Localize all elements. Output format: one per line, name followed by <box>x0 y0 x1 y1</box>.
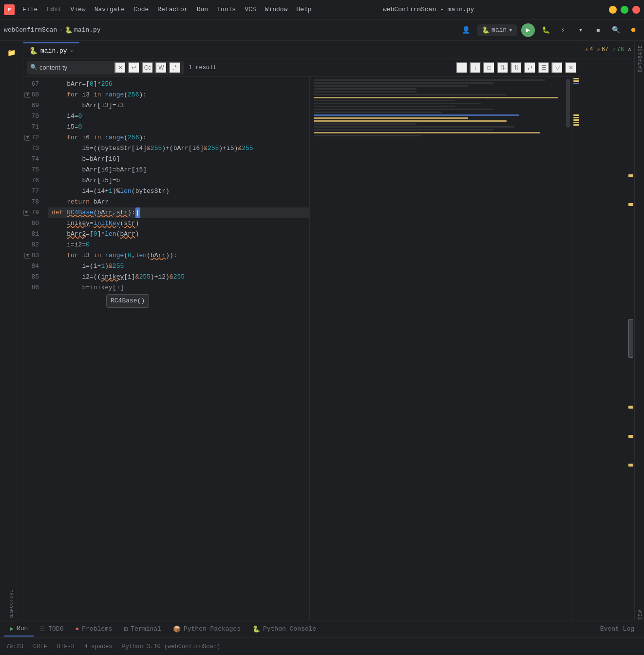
search-close-button[interactable]: ✕ <box>565 62 577 74</box>
status-interpreter[interactable]: Python 3.10 (webConfirmScan) <box>120 642 222 651</box>
menu-help[interactable]: Help <box>292 4 315 15</box>
warning-icon-2: ⚠ <box>597 46 600 53</box>
search-regex-button[interactable]: Cc <box>142 62 153 74</box>
sidebar-icon-project[interactable]: 📁 <box>2 43 21 62</box>
code-line-81: bArr2=[0]*len(bArr) <box>48 229 309 240</box>
avatar-button[interactable]: 👤 <box>459 23 473 37</box>
line-numbers: 67 ▼68 69 70 71 ▼72 73 74 75 76 77 78 ▼7… <box>23 77 48 632</box>
menu-view[interactable]: View <box>66 4 89 15</box>
tab-main-py[interactable]: 🐍 main.py ✕ <box>23 42 79 58</box>
code-line-75: bArr[i6]=bArr[i5] <box>48 165 309 175</box>
line-num-80: 80 <box>23 218 43 229</box>
notification-button[interactable]: ● <box>626 23 640 37</box>
status-indent[interactable]: 4 spaces <box>82 642 114 651</box>
status-indent-text: 4 spaces <box>84 643 113 650</box>
code-line-84: i=(i+1)&255 <box>48 261 309 272</box>
scroll-warning-4 <box>628 435 633 438</box>
code-content[interactable]: bArr=[0]*256 for i3 in range(256): bArr[… <box>48 77 309 632</box>
warning-count-2[interactable]: ⚠ 67 <box>597 46 608 53</box>
status-line-ending[interactable]: CRLF <box>31 642 49 651</box>
nav-console-icon: 🐍 <box>252 625 260 633</box>
nav-run-icon: ▶ <box>10 625 14 633</box>
nav-tab-event-log[interactable]: Event Log <box>594 622 640 636</box>
search-case-button[interactable]: .* <box>169 62 181 74</box>
menu-vcs[interactable]: VCS <box>241 4 260 15</box>
search-clear-button[interactable]: ✕ <box>114 62 126 74</box>
maximize-button[interactable] <box>621 6 628 14</box>
menu-refactor[interactable]: Refactor <box>153 4 191 15</box>
left-sidebar: 📁 Structure Favorites <box>0 41 23 637</box>
right-gutter <box>571 77 581 632</box>
search-option3-button[interactable]: ⇄ <box>524 62 536 74</box>
nav-right: Event Log <box>594 622 640 636</box>
status-encoding[interactable]: UTF-8 <box>55 642 76 651</box>
file-icon: 🐍 <box>65 26 73 34</box>
minimize-button[interactable] <box>609 6 617 14</box>
warning-icon-1: ⚠ <box>585 46 588 53</box>
code-line-68: for i3 in range(256): <box>48 90 309 100</box>
run-with-coverage-button[interactable]: ⚡ <box>556 23 570 37</box>
search-button[interactable]: 🔍 <box>609 23 623 37</box>
fold-68[interactable]: ▼ <box>24 92 30 98</box>
warning-count-1[interactable]: ⚠ 4 <box>585 46 593 53</box>
expand-warnings-button[interactable]: ∧ <box>628 46 631 53</box>
close-button[interactable] <box>632 6 640 14</box>
nav-tab-terminal[interactable]: ⊞ Terminal <box>118 622 167 636</box>
search-input[interactable] <box>39 64 113 71</box>
code-line-74: b=bArr[i6] <box>48 154 309 165</box>
nav-tab-todo[interactable]: ☰ TODO <box>34 622 69 636</box>
line-num-67: 67 <box>23 79 43 90</box>
code-line-79: def RC4Base(bArr,str):| <box>48 207 309 218</box>
database-panel-label[interactable]: Database <box>635 41 644 76</box>
search-down-button[interactable]: ↓ <box>470 62 481 74</box>
minimap <box>309 77 571 632</box>
search-lines-button[interactable]: ☰ <box>538 62 549 74</box>
nav-tab-problems[interactable]: ● Problems <box>69 622 118 636</box>
search-controls-right: ↑ ↓ □ ⇅ ⇅ ⇄ ☰ ▽ ✕ <box>456 62 577 74</box>
breadcrumb-file[interactable]: main.py <box>74 26 101 34</box>
scroll-warning-5 <box>628 464 633 467</box>
search-whole-word-button[interactable]: W <box>155 62 167 74</box>
search-expand-button[interactable]: □ <box>483 62 495 74</box>
menu-code[interactable]: Code <box>130 4 152 15</box>
menu-file[interactable]: File <box>19 4 41 15</box>
nav-tab-python-console[interactable]: 🐍 Python Console <box>246 622 322 636</box>
scroll-thumb[interactable] <box>628 319 633 358</box>
search-filter-button[interactable]: ▽ <box>551 62 563 74</box>
app-icon: P <box>4 4 15 15</box>
line-num-83: ▼83 <box>23 250 43 261</box>
tab-close-button[interactable]: ✕ <box>70 48 74 54</box>
fold-83[interactable]: ▼ <box>24 253 30 259</box>
run-button[interactable]: ▶ <box>521 23 535 37</box>
branch-selector[interactable]: 🐍 main ▾ <box>477 24 517 36</box>
scrollbar-track[interactable] <box>581 58 634 637</box>
autocomplete-text: RC4Base() <box>111 297 145 304</box>
line-num-73: 73 <box>23 143 43 154</box>
search-icon: 🔍 <box>30 64 38 71</box>
tab-file-icon: 🐍 <box>29 47 38 55</box>
fold-79[interactable]: ▼ <box>23 210 29 216</box>
menu-tools[interactable]: Tools <box>213 4 240 15</box>
toolbar-right: 👤 🐍 main ▾ ▶ 🐛 ⚡ ▾ ◾ 🔍 ● <box>459 23 640 37</box>
nav-tab-python-packages[interactable]: 📦 Python Packages <box>167 622 246 636</box>
status-position-text: 79:23 <box>6 643 23 650</box>
fold-72[interactable]: ▼ <box>24 135 30 141</box>
breadcrumb-project[interactable]: webConfirmScan <box>4 26 57 34</box>
search-option2-button[interactable]: ⇅ <box>511 62 522 74</box>
search-prev-button[interactable]: ↩ <box>128 62 140 74</box>
nav-tab-run[interactable]: ▶ Run <box>4 622 34 636</box>
search-result-count: 1 result <box>189 64 217 71</box>
menu-edit[interactable]: Edit <box>42 4 65 15</box>
search-option1-button[interactable]: ⇅ <box>497 62 509 74</box>
line-num-68: ▼68 <box>23 90 43 100</box>
status-position[interactable]: 79:23 <box>4 642 25 651</box>
menu-window[interactable]: Window <box>261 4 292 15</box>
menu-navigate[interactable]: Navigate <box>91 4 129 15</box>
ok-count[interactable]: ✓ 78 <box>612 46 624 53</box>
search-up-button[interactable]: ↑ <box>456 62 468 74</box>
menu-run[interactable]: Run <box>193 4 212 15</box>
debug-button[interactable]: 🐛 <box>539 23 552 37</box>
stop-button[interactable]: ◾ <box>591 23 605 37</box>
more-run-button[interactable]: ▾ <box>574 23 587 37</box>
scroll-warning-3 <box>628 406 633 409</box>
